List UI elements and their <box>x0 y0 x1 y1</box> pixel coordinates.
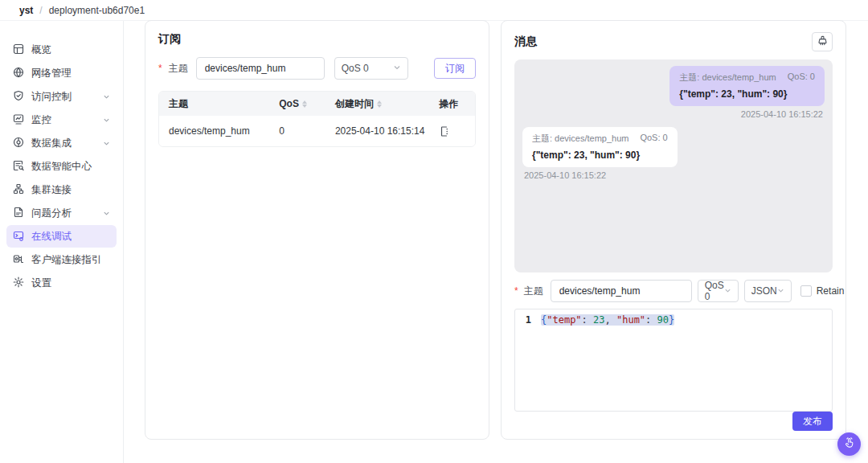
header-created-label: 创建时间 <box>335 97 374 111</box>
chevron-down-icon <box>103 117 110 124</box>
cell-created: 2025-04-10 16:15:14 <box>335 125 439 137</box>
subscribe-button[interactable]: 订阅 <box>434 58 476 79</box>
chevron-down-icon <box>103 140 110 147</box>
table-row: devices/temp_hum 0 2025-04-10 16:15:14 <box>159 116 475 146</box>
topic-label: 主题 <box>169 62 188 76</box>
message-timestamp: 2025-04-10 16:15:22 <box>524 109 823 119</box>
message-topic: 主题: devices/temp_hum <box>679 72 776 84</box>
required-mark: * <box>158 63 162 74</box>
subscriptions-table: 主题 QoS 创建时间 操作 devices/temp_hum 0 2025-0… <box>158 91 476 147</box>
messages-card: 消息 主题: devices/temp_hum QoS: 0 {"temp": … <box>501 20 846 440</box>
retain-checkbox[interactable] <box>800 285 812 297</box>
analysis-icon <box>13 207 24 220</box>
editor-code-line: {"temp": 23, "hum": 90} <box>541 314 674 411</box>
online-debug-page: yst / deployment-ub6d70e1 概览 网络管理 访问控制 监… <box>0 0 868 463</box>
sidebar-item-label: 监控 <box>31 113 51 127</box>
subscribe-card-title: 订阅 <box>158 32 476 47</box>
code-token: } <box>669 314 674 326</box>
subscribe-topic-input[interactable] <box>196 57 325 80</box>
sidebar-item-data-integration[interactable]: 数据集成 <box>6 132 117 154</box>
code-token: "temp" <box>547 314 581 326</box>
code-token: : <box>645 314 657 326</box>
sort-icon[interactable] <box>377 100 382 108</box>
breadcrumb-org[interactable]: yst <box>19 5 33 16</box>
sidebar-item-network[interactable]: 网络管理 <box>6 62 117 84</box>
chevron-down-icon <box>103 210 110 217</box>
sidebar-item-label: 问题分析 <box>31 207 72 220</box>
message-history-panel: 主题: devices/temp_hum QoS: 0 {"temp": 23,… <box>514 59 833 272</box>
cursor-indicator <box>837 432 861 456</box>
gear-icon <box>13 277 24 290</box>
message-payload: {"temp": 23, "hum": 90} <box>532 150 668 161</box>
sidebar-item-problem-analysis[interactable]: 问题分析 <box>6 202 117 224</box>
integration-icon <box>13 137 24 150</box>
sent-message-row: 主题: devices/temp_hum QoS: 0 {"temp": 23,… <box>522 66 825 106</box>
payload-editor[interactable]: 1 {"temp": 23, "hum": 90} <box>514 309 833 412</box>
header-action: 操作 <box>439 97 475 111</box>
sidebar-item-overview[interactable]: 概览 <box>6 39 117 61</box>
clear-icon <box>817 35 828 49</box>
subscribe-qos-select[interactable]: QoS 0 <box>334 57 408 80</box>
message-timestamp: 2025-04-10 16:15:22 <box>524 170 823 180</box>
shield-icon <box>13 90 24 104</box>
sidebar-item-label: 访问控制 <box>31 90 72 104</box>
code-token: , <box>605 314 616 326</box>
clear-messages-button[interactable] <box>812 32 833 51</box>
overview-icon <box>13 43 24 57</box>
publish-form: * 主题 QoS 0 JSON Retain <box>514 280 833 302</box>
subscriptions-table-header: 主题 QoS 创建时间 操作 <box>159 92 475 116</box>
chevron-down-icon <box>393 63 401 74</box>
message-qos: QoS: 0 <box>788 72 815 84</box>
received-message-row: 主题: devices/temp_hum QoS: 0 {"temp": 23,… <box>522 127 825 167</box>
message-qos: QoS: 0 <box>640 133 667 145</box>
publish-topic-input[interactable] <box>551 280 692 302</box>
retain-label: Retain <box>817 285 845 297</box>
sidebar-item-label: 设置 <box>31 277 51 290</box>
sort-icon[interactable] <box>302 100 307 108</box>
received-message-bubble: 主题: devices/temp_hum QoS: 0 {"temp": 23,… <box>522 127 678 167</box>
sidebar-item-client-guide[interactable]: 客户端连接指引 <box>6 248 117 271</box>
tap-hand-icon <box>843 436 856 453</box>
required-mark: * <box>514 285 518 297</box>
data-intelligence-icon <box>13 160 24 174</box>
publish-qos-select[interactable]: QoS 0 <box>698 280 739 302</box>
message-payload: {"temp": 23, "hum": 90} <box>679 88 815 100</box>
payload-format-select[interactable]: JSON <box>744 280 792 302</box>
sidebar-item-cluster-linking[interactable]: 集群连接 <box>6 178 117 201</box>
header-qos[interactable]: QoS <box>279 98 335 109</box>
client-guide-icon <box>13 253 24 267</box>
messages-card-title: 消息 <box>514 35 537 49</box>
chevron-down-icon <box>103 93 110 100</box>
sidebar-item-data-intelligence[interactable]: 数据智能中心 <box>6 155 117 178</box>
unsubscribe-icon[interactable] <box>439 125 475 137</box>
cell-qos: 0 <box>279 125 335 137</box>
subscribe-form: * 主题 QoS 0 订阅 <box>158 57 476 80</box>
sent-message-bubble: 主题: devices/temp_hum QoS: 0 {"temp": 23,… <box>669 66 825 106</box>
sidebar-item-label: 集群连接 <box>31 183 72 197</box>
cell-topic: devices/temp_hum <box>159 125 279 137</box>
header-created[interactable]: 创建时间 <box>335 97 439 111</box>
publish-qos-value: QoS 0 <box>705 280 724 302</box>
sidebar-item-label: 在线调试 <box>31 230 72 244</box>
header-qos-label: QoS <box>279 98 299 109</box>
breadcrumb-deployment[interactable]: deployment-ub6d70e1 <box>49 5 145 16</box>
sidebar-item-settings[interactable]: 设置 <box>6 272 117 294</box>
editor-line-number: 1 <box>515 314 541 411</box>
chevron-down-icon <box>777 285 784 297</box>
publish-button[interactable]: 发布 <box>792 412 833 431</box>
sidebar-item-access-control[interactable]: 访问控制 <box>6 85 117 108</box>
sidebar-item-label: 网络管理 <box>31 67 72 80</box>
code-token: : <box>582 314 593 326</box>
code-token: "hum" <box>616 314 645 326</box>
subscribe-qos-value: QoS 0 <box>342 63 369 74</box>
code-token: 23 <box>593 314 604 326</box>
sidebar-item-online-debug[interactable]: 在线调试 <box>6 225 117 248</box>
breadcrumb: yst / deployment-ub6d70e1 <box>0 0 868 21</box>
debug-icon <box>13 230 24 244</box>
sidebar: 概览 网络管理 访问控制 监控 数据集成 数据智能中心 集群连接 <box>0 21 124 463</box>
sidebar-item-monitoring[interactable]: 监控 <box>6 109 117 131</box>
chevron-down-icon <box>724 285 731 297</box>
subscribe-card: 订阅 * 主题 QoS 0 订阅 主题 QoS 创建时间 <box>145 20 489 440</box>
sidebar-item-label: 数据智能中心 <box>31 160 92 174</box>
code-token: 90 <box>657 314 669 326</box>
